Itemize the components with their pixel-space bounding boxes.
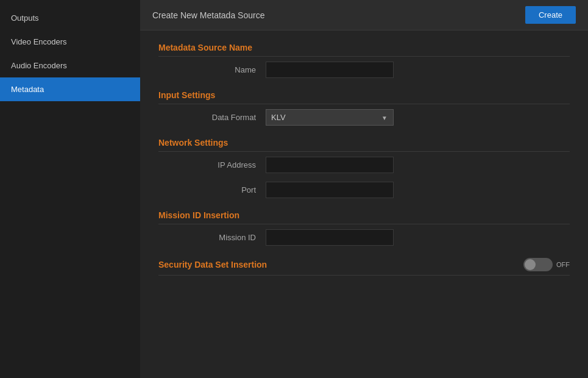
section-title-security: Security Data Set Insertion xyxy=(158,260,267,269)
header-bar: Create New Metatada Source Create xyxy=(140,0,588,30)
form-row-port: Port xyxy=(158,182,570,198)
toggle-knob xyxy=(525,259,536,270)
security-toggle-switch[interactable] xyxy=(523,258,553,271)
section-title-network-settings: Network Settings xyxy=(158,138,570,152)
ip-address-input[interactable] xyxy=(266,157,394,173)
form-row-ip-address: IP Address xyxy=(158,157,570,173)
section-network-settings: Network Settings IP Address Port xyxy=(158,138,570,198)
sidebar: Outputs Video Encoders Audio Encoders Me… xyxy=(0,0,140,378)
section-metadata-source-name: Metadata Source Name Name xyxy=(158,43,570,78)
sidebar-item-outputs[interactable]: Outputs xyxy=(0,6,140,30)
section-security-data-set: Security Data Set Insertion OFF xyxy=(158,258,570,276)
page-title: Create New Metatada Source xyxy=(152,10,264,20)
port-input[interactable] xyxy=(266,182,394,198)
section-title-input-settings: Input Settings xyxy=(158,90,570,104)
section-title-mission-id: Mission ID Insertion xyxy=(158,210,570,224)
mission-id-label: Mission ID xyxy=(171,233,256,242)
create-button[interactable]: Create xyxy=(525,6,576,24)
section-title-metadata-source-name: Metadata Source Name xyxy=(158,43,570,57)
sidebar-item-metadata[interactable]: Metadata xyxy=(0,77,140,101)
section-mission-id: Mission ID Insertion Mission ID xyxy=(158,210,570,246)
name-label: Name xyxy=(171,65,256,74)
main-content: Create New Metatada Source Create Metada… xyxy=(140,0,588,378)
sidebar-item-video-encoders[interactable]: Video Encoders xyxy=(0,30,140,54)
toggle-off-label: OFF xyxy=(556,261,570,268)
data-format-select-wrapper: KLV Custom xyxy=(266,109,394,126)
form-content: Metadata Source Name Name Input Settings… xyxy=(140,30,588,378)
form-row-mission-id: Mission ID xyxy=(158,229,570,246)
name-input[interactable] xyxy=(266,62,394,78)
security-toggle-container: OFF xyxy=(523,258,570,271)
sidebar-item-audio-encoders[interactable]: Audio Encoders xyxy=(0,54,140,77)
data-format-select[interactable]: KLV Custom xyxy=(266,109,394,126)
section-input-settings: Input Settings Data Format KLV Custom xyxy=(158,90,570,126)
form-row-name: Name xyxy=(158,62,570,78)
security-section-header: Security Data Set Insertion OFF xyxy=(158,258,570,276)
data-format-label: Data Format xyxy=(171,113,256,122)
form-row-data-format: Data Format KLV Custom xyxy=(158,109,570,126)
mission-id-input[interactable] xyxy=(266,229,394,246)
ip-address-label: IP Address xyxy=(171,160,256,169)
port-label: Port xyxy=(171,185,256,194)
